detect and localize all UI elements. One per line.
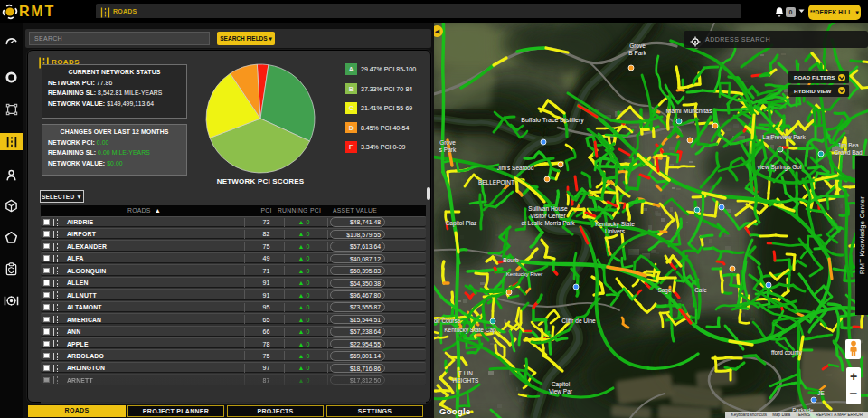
svg-text:Visitor Center: Visitor Center (530, 213, 566, 219)
svg-text:Jim Bea: Jim Bea (837, 142, 859, 148)
svg-text:BELLEPOINT: BELLEPOINT (478, 179, 514, 185)
svg-text:at Leslie Morris Park: at Leslie Morris Park (521, 220, 575, 226)
svg-text:JE: JE (817, 390, 825, 396)
svg-text:La Preview Park: La Preview Park (762, 134, 806, 140)
svg-text:Cliffr de Uine: Cliffr de Uine (561, 318, 596, 324)
svg-text:HEIGHTS: HEIGHTS (453, 377, 480, 384)
svg-text:B Park: B Park (628, 50, 646, 56)
svg-text:Kentucky State: Kentucky State (595, 221, 635, 228)
svg-text:Kentucky River: Kentucky River (506, 271, 542, 277)
svg-text:Cafe: Cafe (694, 287, 707, 293)
svg-text:Grove: Grove (629, 43, 646, 49)
svg-text:Mami Munchitas: Mami Munchitas (666, 108, 712, 114)
svg-text:Bourb: Bourb (503, 257, 519, 263)
svg-text:Jim's Seafood: Jim's Seafood (497, 165, 534, 171)
svg-text:Buffalo Trace Distillery: Buffalo Trace Distillery (521, 117, 584, 124)
svg-text:Grove: Grove (439, 139, 456, 146)
svg-text:Capitol Plaz: Capitol Plaz (446, 220, 477, 227)
svg-text:Sullivan House: Sullivan House (528, 205, 568, 212)
svg-text:T LIN: T LIN (458, 370, 473, 376)
svg-text:View Par: View Par (549, 388, 573, 394)
svg-text:RMT Knowledge Center: RMT Knowledge Center (858, 196, 866, 274)
svg-text:Capitol: Capitol (552, 381, 571, 388)
svg-text:Golf Course: Golf Course (434, 318, 461, 324)
svg-text:view Springs Gol: view Springs Gol (758, 164, 802, 171)
svg-text:Kentucky State Cap: Kentucky State Cap (444, 327, 496, 334)
svg-text:Sage: Sage (657, 287, 672, 294)
svg-text:s Park: s Park (439, 147, 457, 153)
svg-text:Univers: Univers (605, 228, 626, 234)
svg-text:Grand Bad: Grand Bad (834, 149, 863, 156)
svg-text:fford county: fford county (771, 349, 803, 356)
